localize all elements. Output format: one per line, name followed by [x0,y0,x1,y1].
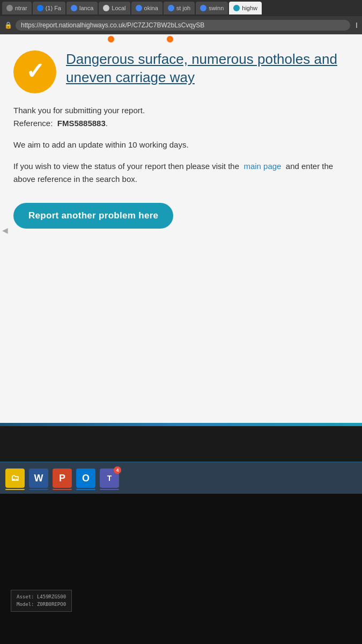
tab-okina[interactable]: okina [131,2,162,14]
browser-content: ◀ ✓ Dangerous surface, numerous potholes… [0,34,362,426]
taskbar-powerpoint-icon[interactable]: P [53,469,72,488]
scroll-arrow: ◀ [2,226,8,235]
laptop-label: Asset: L459RZGS00 Model: Z0RB0REPO0 [11,590,72,612]
laptop-label-line2: Model: Z0RB0REPO0 [17,601,66,609]
tab-lanca[interactable]: lanca [67,2,98,14]
main-page-link[interactable]: main page [243,162,281,171]
report-header: ✓ Dangerous surface, numerous potholes a… [13,50,349,93]
taskbar-word-icon[interactable]: W [29,469,48,488]
taskbar-teams-icon[interactable]: T 4 [100,469,119,488]
status-paragraph: If you wish to view the status of your r… [13,160,349,186]
address-bar[interactable] [16,20,350,31]
status-text-before: If you wish to view the status of your r… [13,162,239,171]
report-another-button[interactable]: Report another problem here [13,203,173,229]
browser-chrome: ntrar (1) Fa lanca Local okina st joh sw… [0,0,362,34]
taskbar: 🗂 W P O T 4 [0,462,362,494]
cursor-icon: I [356,21,358,30]
tab-stjoh[interactable]: st joh [164,2,195,14]
page-content: ✓ Dangerous surface, numerous potholes a… [0,34,362,245]
reference-label: Reference: [13,119,53,128]
address-bar-row: 🔒 I [0,16,362,34]
taskbar-outlook-icon[interactable]: O [76,469,95,488]
check-circle: ✓ [13,50,56,93]
report-title: Dangerous surface, numerous potholes and… [66,50,349,87]
bottom-border [0,423,362,426]
tab-ntrar[interactable]: ntrar [2,2,32,14]
working-days-text: We aim to add an update within 10 workin… [13,138,349,151]
lock-icon: 🔒 [4,21,12,29]
thank-you-text: Thank you for submitting your report. [13,106,145,115]
thank-you-paragraph: Thank you for submitting your report. Re… [13,104,349,130]
report-body: Thank you for submitting your report. Re… [13,104,349,229]
tab-highw[interactable]: highw [229,2,262,14]
laptop-label-line1: Asset: L459RZGS00 [17,594,66,601]
check-mark-icon: ✓ [26,58,45,84]
reference-number: FMS5885883 [57,119,106,128]
tab-fb[interactable]: (1) Fa [33,2,65,14]
dark-lower-area: Asset: L459RZGS00 Model: Z0RB0REPO0 [0,494,362,644]
teams-badge: 4 [114,466,121,474]
tab-swinn[interactable]: swinn [196,2,228,14]
tab-local[interactable]: Local [99,2,130,14]
tab-bar: ntrar (1) Fa lanca Local okina st joh sw… [0,0,362,16]
taskbar-filemanager-icon[interactable]: 🗂 [5,469,25,488]
